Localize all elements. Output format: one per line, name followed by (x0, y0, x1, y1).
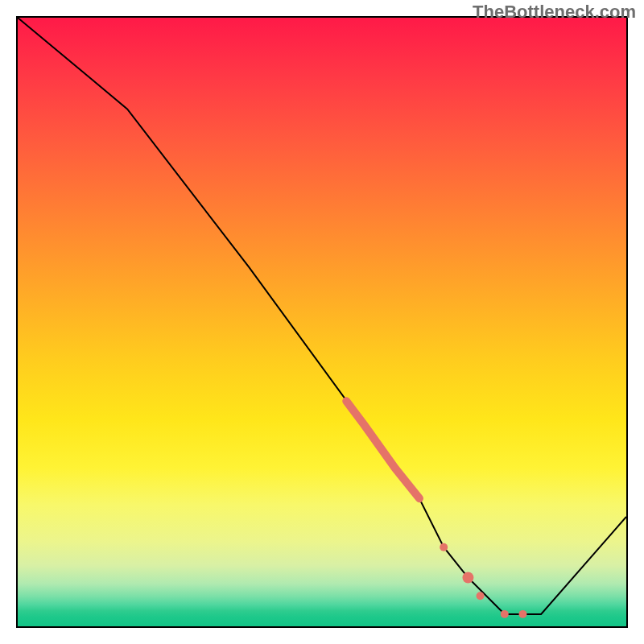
plot-area (16, 16, 628, 628)
highlight-dot (462, 572, 473, 584)
highlight-dot (519, 610, 527, 618)
highlight-segment (346, 401, 419, 498)
chart-container: TheBottleneck.com (0, 0, 644, 644)
highlight-dots (440, 543, 526, 618)
watermark-text: TheBottleneck.com (473, 2, 636, 23)
highlight-dot (501, 610, 509, 618)
highlight-dot (477, 592, 485, 600)
main-curve (18, 18, 626, 614)
highlight-dot (440, 543, 448, 551)
line-chart-svg (18, 18, 626, 626)
